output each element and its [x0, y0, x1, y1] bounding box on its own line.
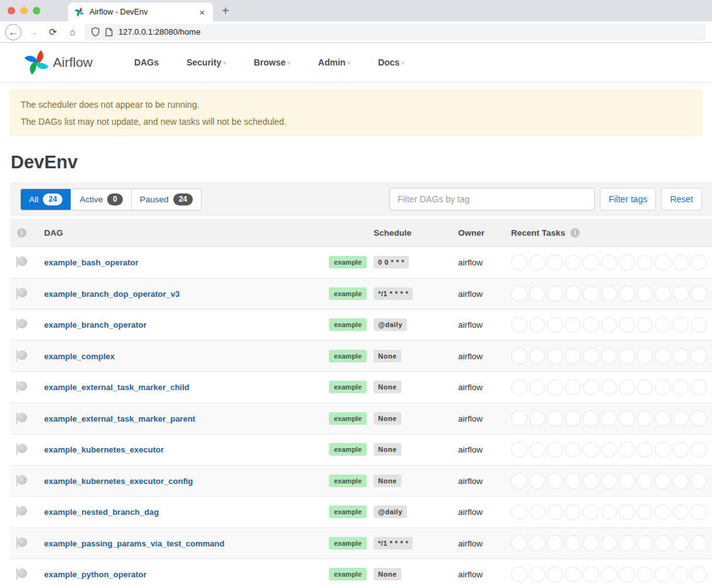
dag-name-link[interactable]: example_branch_dop_operator_v3	[44, 289, 180, 299]
task-state-circle[interactable]	[529, 442, 546, 458]
task-state-circle[interactable]	[583, 473, 599, 489]
task-state-circle[interactable]	[511, 473, 527, 489]
task-state-circle[interactable]	[655, 410, 671, 427]
back-button[interactable]: ←	[5, 24, 21, 40]
task-state-circle[interactable]	[583, 504, 599, 521]
dag-name-link[interactable]: example_complex	[44, 352, 115, 361]
task-state-circle[interactable]	[637, 317, 653, 333]
url-text[interactable]: 127.0.0.1:28080/home	[118, 27, 200, 37]
status-filter-tab[interactable]: Paused 24	[131, 189, 201, 210]
task-state-circle[interactable]	[583, 567, 599, 583]
task-state-circle[interactable]	[565, 442, 582, 458]
pause-toggle[interactable]	[16, 412, 18, 424]
browser-tab-active[interactable]: Airflow - DevEnv ×	[68, 3, 213, 21]
task-state-circle[interactable]	[583, 348, 599, 364]
task-state-circle[interactable]	[529, 348, 546, 364]
address-bar[interactable]: 127.0.0.1:28080/home	[84, 24, 706, 40]
task-state-circle[interactable]	[637, 473, 653, 489]
task-state-circle[interactable]	[637, 410, 653, 427]
task-state-circle[interactable]	[547, 379, 563, 396]
new-tab-button[interactable]: +	[222, 3, 229, 19]
task-state-circle[interactable]	[673, 535, 689, 551]
dag-name-link[interactable]: example_kubernetes_executor	[44, 445, 164, 454]
task-state-circle[interactable]	[511, 410, 527, 427]
pause-toggle[interactable]	[16, 475, 18, 487]
pause-toggle[interactable]	[16, 537, 18, 549]
task-state-circle[interactable]	[547, 567, 563, 583]
dag-tag-badge[interactable]: example	[329, 443, 367, 456]
task-state-circle[interactable]	[655, 285, 671, 302]
forward-button[interactable]: →	[26, 26, 41, 37]
airflow-brand[interactable]: Airflow	[23, 49, 93, 76]
task-state-circle[interactable]	[565, 317, 582, 333]
task-state-circle[interactable]	[529, 255, 546, 271]
task-state-circle[interactable]	[691, 379, 707, 396]
task-state-circle[interactable]	[691, 535, 707, 551]
task-state-circle[interactable]	[655, 442, 671, 458]
task-state-circle[interactable]	[529, 567, 546, 583]
status-filter-tab[interactable]: All 24	[21, 189, 71, 210]
task-state-circle[interactable]	[655, 317, 671, 333]
task-state-circle[interactable]	[691, 410, 707, 427]
task-state-circle[interactable]	[547, 348, 563, 364]
task-state-circle[interactable]	[673, 285, 689, 302]
task-state-circle[interactable]	[619, 567, 635, 583]
task-state-circle[interactable]	[637, 535, 653, 551]
shield-icon[interactable]	[91, 27, 100, 37]
task-state-circle[interactable]	[547, 410, 563, 427]
task-state-circle[interactable]	[691, 473, 707, 489]
task-state-circle[interactable]	[583, 379, 599, 396]
task-state-circle[interactable]	[565, 285, 582, 302]
filter-tags-button[interactable]: Filter tags	[600, 188, 656, 210]
task-state-circle[interactable]	[601, 442, 617, 458]
task-state-circle[interactable]	[601, 535, 617, 551]
dag-name-link[interactable]: example_external_task_marker_parent	[44, 414, 195, 424]
dag-tag-badge[interactable]: example	[329, 568, 367, 580]
pause-toggle[interactable]	[16, 287, 18, 299]
task-state-circle[interactable]	[601, 410, 617, 427]
window-minimize-button[interactable]	[20, 7, 28, 14]
task-state-circle[interactable]	[619, 285, 635, 302]
task-state-circle[interactable]	[601, 473, 617, 489]
task-state-circle[interactable]	[655, 504, 671, 521]
window-zoom-button[interactable]	[33, 7, 40, 14]
task-state-circle[interactable]	[619, 348, 635, 364]
navbar-menu-item[interactable]: Docs ▾	[364, 57, 418, 67]
task-state-circle[interactable]	[583, 535, 599, 551]
home-button[interactable]: ⌂	[65, 26, 80, 37]
task-state-circle[interactable]	[655, 255, 671, 271]
task-state-circle[interactable]	[565, 504, 582, 521]
task-state-circle[interactable]	[511, 442, 527, 458]
task-state-circle[interactable]	[565, 348, 582, 364]
task-state-circle[interactable]	[637, 379, 653, 396]
task-state-circle[interactable]	[511, 285, 527, 302]
dag-tag-badge[interactable]: example	[329, 505, 367, 518]
pause-toggle[interactable]	[16, 381, 18, 393]
task-state-circle[interactable]	[529, 379, 546, 396]
filter-dags-by-tag-input[interactable]	[389, 188, 595, 210]
task-state-circle[interactable]	[637, 255, 653, 271]
task-state-circle[interactable]	[673, 473, 689, 489]
task-state-circle[interactable]	[547, 504, 563, 521]
task-state-circle[interactable]	[583, 317, 599, 333]
task-state-circle[interactable]	[619, 255, 635, 271]
task-state-circle[interactable]	[637, 285, 653, 302]
task-state-circle[interactable]	[547, 317, 563, 333]
task-state-circle[interactable]	[673, 567, 689, 583]
dag-tag-badge[interactable]: example	[329, 537, 367, 550]
dag-name-link[interactable]: example_nested_branch_dag	[44, 507, 159, 517]
task-state-circle[interactable]	[673, 442, 689, 458]
task-state-circle[interactable]	[619, 379, 635, 396]
task-state-circle[interactable]	[655, 473, 671, 489]
task-state-circle[interactable]	[565, 473, 582, 489]
task-state-circle[interactable]	[529, 473, 546, 489]
task-state-circle[interactable]	[673, 255, 689, 271]
task-state-circle[interactable]	[637, 348, 653, 364]
dag-tag-badge[interactable]: example	[329, 350, 367, 362]
dag-tag-badge[interactable]: example	[329, 381, 367, 393]
pause-toggle[interactable]	[16, 350, 18, 362]
task-state-circle[interactable]	[673, 379, 689, 396]
task-state-circle[interactable]	[565, 535, 582, 551]
window-close-button[interactable]	[8, 7, 15, 14]
task-state-circle[interactable]	[511, 348, 527, 364]
